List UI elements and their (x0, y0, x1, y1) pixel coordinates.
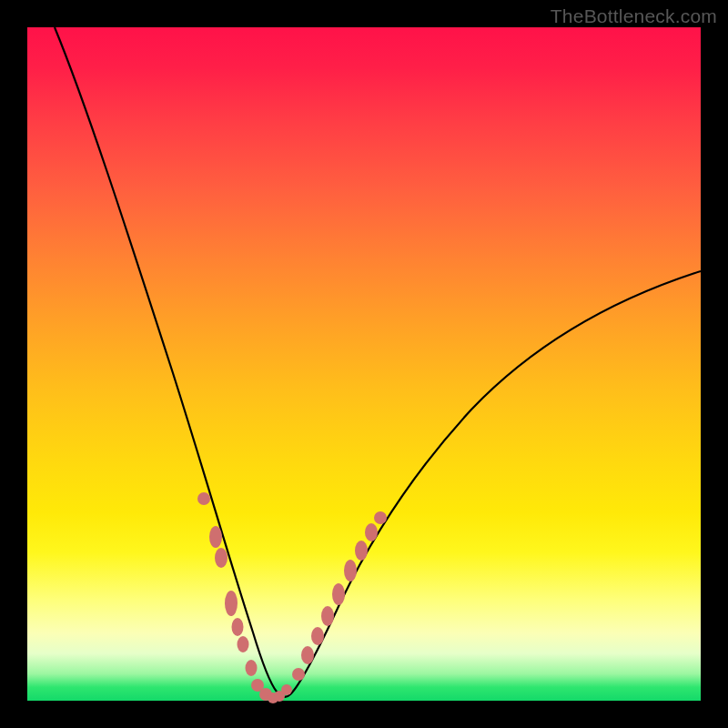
svg-point-14 (311, 627, 324, 645)
svg-point-0 (197, 492, 210, 505)
right-branch-dots (281, 511, 387, 695)
svg-point-17 (344, 560, 357, 581)
svg-point-16 (332, 583, 345, 605)
svg-point-6 (246, 660, 258, 676)
svg-point-11 (281, 684, 292, 695)
bottleneck-curve (55, 27, 701, 697)
watermark-text: TheBottleneck.com (551, 5, 717, 27)
curve-layer (27, 27, 701, 701)
svg-point-1 (209, 526, 222, 548)
svg-point-18 (355, 541, 368, 561)
svg-point-19 (365, 523, 378, 541)
svg-point-12 (292, 668, 305, 681)
svg-point-2 (215, 548, 228, 568)
svg-point-20 (374, 511, 387, 524)
svg-point-5 (238, 636, 249, 652)
svg-point-3 (225, 591, 238, 616)
svg-point-13 (301, 646, 314, 664)
plot-area (27, 27, 701, 701)
chart-frame: TheBottleneck.com (0, 0, 728, 728)
svg-point-4 (232, 618, 244, 636)
svg-point-15 (321, 606, 334, 626)
